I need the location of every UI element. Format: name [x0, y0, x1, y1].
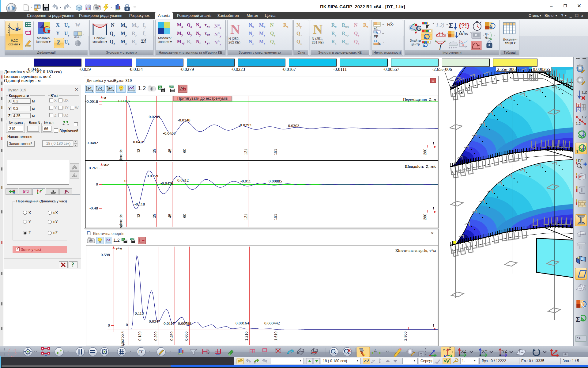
svg-text:0.450: 0.450 [170, 332, 174, 341]
svg-text:м: м [104, 95, 106, 100]
svg-text:151: 151 [273, 149, 278, 155]
svg-text:N: N [376, 32, 378, 35]
svg-text:Σ: Σ [576, 316, 580, 324]
svg-text:f: f [439, 44, 442, 50]
svg-text:Передісторія: Передісторія [119, 149, 123, 161]
svg-text:0.00885: 0.00885 [269, 179, 282, 183]
svg-text:1.2): 1.2) [436, 23, 444, 28]
svg-text:a-t: a-t [108, 86, 113, 90]
svg-text:a(X): a(X) [74, 35, 81, 38]
svg-text:CSV: CSV [130, 238, 135, 240]
svg-text:-0.0482: -0.0482 [85, 140, 98, 145]
svg-text:0.290: 0.290 [154, 332, 158, 341]
svg-text:Переміщення Z, м: Переміщення Z, м [403, 97, 436, 102]
svg-text:Σ: Σ [254, 361, 256, 364]
svg-text:60: 60 [183, 149, 187, 153]
svg-text:0.00164: 0.00164 [236, 321, 249, 325]
svg-text:0.0759: 0.0759 [147, 174, 158, 178]
svg-text:13: 13 [137, 149, 141, 153]
svg-text:e₀: e₀ [485, 35, 489, 40]
svg-text:0.598: 0.598 [101, 252, 110, 257]
svg-text:-0.48: -0.48 [89, 206, 98, 210]
svg-text:0: 0 [126, 322, 128, 327]
svg-text:Передісторія: Передісторія [120, 332, 125, 346]
svg-text:1.210: 1.210 [244, 332, 249, 341]
svg-text:-0.0016: -0.0016 [117, 98, 130, 103]
svg-text:1.2: 1.2 [582, 115, 586, 119]
svg-text:Σ: Σ [448, 21, 453, 30]
svg-text:-0.0018: -0.0018 [85, 99, 98, 104]
svg-text:-0.0303: -0.0303 [287, 123, 300, 128]
svg-text:1,2: 1,2 [582, 90, 587, 94]
svg-text:121: 121 [244, 214, 248, 220]
svg-text:29: 29 [152, 214, 156, 218]
svg-text:1: 1 [576, 148, 578, 154]
svg-text:-0.0248: -0.0248 [178, 118, 190, 122]
svg-text:280: 280 [423, 214, 427, 220]
svg-text:2: 2 [577, 103, 579, 108]
svg-text:Rx: Rx [387, 21, 393, 27]
svg-text:1.2: 1.2 [576, 121, 581, 125]
svg-text:Y: Y [443, 349, 445, 352]
svg-text:0: 0 [96, 182, 98, 186]
svg-text:EF: EF [578, 159, 582, 163]
svg-text:280: 280 [423, 149, 427, 155]
svg-text:0: 0 [108, 323, 110, 328]
svg-text:-0.0479: -0.0479 [132, 140, 145, 144]
svg-text:121: 121 [244, 149, 248, 155]
svg-text:0.130: 0.130 [138, 332, 142, 341]
svg-text:2.800: 2.800 [403, 332, 408, 341]
svg-text:0: 0 [124, 178, 126, 183]
svg-text:-0.0403: -0.0403 [163, 131, 176, 136]
svg-text:151: 151 [273, 214, 278, 220]
svg-text:60: 60 [183, 214, 187, 218]
svg-text:XY: XY [482, 349, 488, 354]
svg-text:0.0347: 0.0347 [149, 319, 160, 324]
svg-text:1.510: 1.510 [274, 332, 278, 341]
svg-text:EF: EF [138, 350, 144, 354]
svg-text:X: X [451, 351, 454, 354]
svg-text:v-t: v-t [98, 86, 102, 90]
svg-text:-0.0209: -0.0209 [147, 114, 160, 119]
svg-text:0.600: 0.600 [184, 332, 189, 341]
svg-text:CSV: CSV [169, 86, 174, 89]
svg-text:0.0117: 0.0117 [164, 321, 175, 326]
svg-text:E: E [378, 41, 381, 46]
svg-text:Передісторія: Передісторія [119, 214, 123, 228]
svg-text:29: 29 [152, 149, 156, 153]
svg-text:45: 45 [168, 149, 172, 153]
svg-text:1: 1 [133, 89, 135, 92]
svg-text:-0.0478: -0.0478 [160, 181, 173, 186]
svg-text:L: L [374, 348, 377, 353]
svg-text:YZ: YZ [502, 349, 507, 354]
svg-text:Швидкість Z, м/с: Швидкість Z, м/с [405, 164, 436, 169]
svg-text:s-t: s-t [87, 86, 92, 90]
svg-text:Кінетична енергія, т*м: Кінетична енергія, т*м [395, 248, 436, 253]
svg-text:45: 45 [168, 214, 172, 218]
svg-text:0.00788: 0.00788 [178, 321, 191, 326]
svg-text:0.261: 0.261 [89, 166, 98, 170]
svg-text:13: 13 [137, 214, 141, 218]
svg-text:N: N [444, 359, 446, 363]
svg-text:6: 6 [577, 108, 579, 112]
svg-text:E1: E1 [374, 26, 378, 30]
svg-text:0.0312: 0.0312 [177, 178, 189, 182]
svg-text:0.000442: 0.000442 [264, 321, 280, 325]
svg-text:XZ: XZ [461, 349, 466, 354]
svg-text:-0.0293: -0.0293 [239, 123, 251, 127]
svg-text:0.113: 0.113 [135, 311, 144, 316]
svg-text:G: G [43, 24, 51, 35]
svg-text:EF: EF [374, 35, 378, 39]
svg-text:Z: Z [449, 347, 451, 350]
svg-text:Δ/hs: Δ/hs [459, 30, 468, 36]
svg-text:м/с: м/с [104, 163, 109, 167]
svg-text:-0.118: -0.118 [134, 202, 145, 206]
svg-text:{?!}: {?!} [459, 22, 469, 29]
svg-text:т*м: т*м [116, 246, 123, 251]
svg-text:-0.011: -0.011 [240, 179, 251, 183]
